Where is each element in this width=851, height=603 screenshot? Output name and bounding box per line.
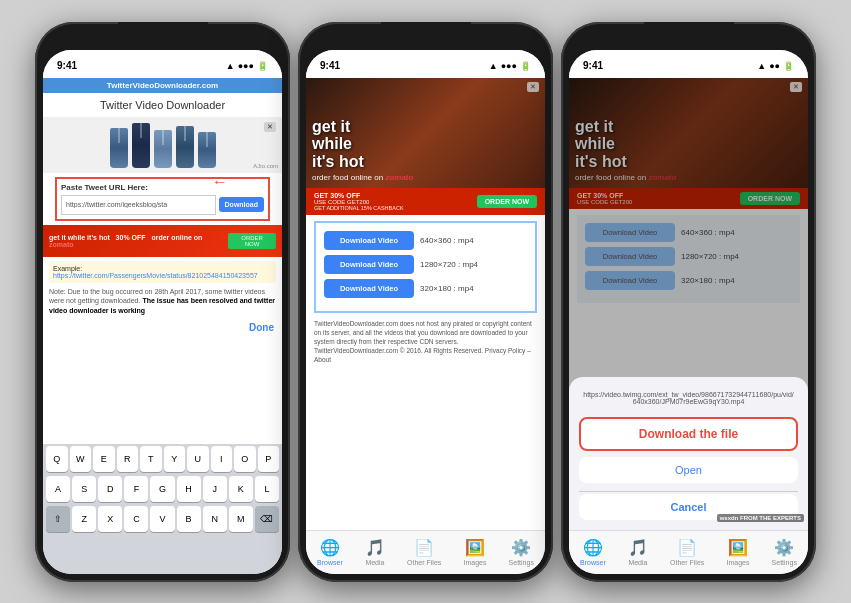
open-button[interactable]: Open — [579, 457, 798, 483]
key-e[interactable]: E — [93, 446, 115, 472]
kb-row-1: Q W E R T Y U I O P — [43, 444, 282, 474]
key-n[interactable]: N — [203, 506, 227, 532]
browser-icon: 🌐 — [320, 538, 340, 557]
ad-source-1: AJio.com — [253, 163, 278, 169]
ad-headline-2: get itwhileit's hot — [312, 118, 539, 171]
nav-settings[interactable]: ⚙️ Settings — [509, 538, 534, 566]
nav-images[interactable]: 🖼️ Images — [463, 538, 486, 566]
input-label-1: Paste Tweet URL Here: — [61, 183, 264, 192]
key-l[interactable]: L — [255, 476, 279, 502]
input-section-1: Paste Tweet URL Here: Download ← — [49, 177, 276, 221]
key-c[interactable]: C — [124, 506, 148, 532]
p3-nav-media[interactable]: 🎵 Media — [628, 538, 648, 566]
tweet-url-input[interactable] — [61, 195, 216, 215]
p3-media-icon: 🎵 — [628, 538, 648, 557]
notch-3 — [644, 22, 734, 44]
url-bar-1[interactable]: TwitterVideoDownloader.com — [43, 78, 282, 93]
images-icon: 🖼️ — [465, 538, 485, 557]
key-f[interactable]: F — [124, 476, 148, 502]
download-video-btn-1[interactable]: Download Video — [324, 231, 414, 250]
ad-close-1[interactable]: ✕ — [264, 122, 276, 132]
key-j[interactable]: J — [203, 476, 227, 502]
nav-other-files[interactable]: 📄 Other Files — [407, 538, 441, 566]
note-box: Note: Due to the bug occurred on 28th Ap… — [49, 287, 276, 316]
wifi-icon-3: ▲ — [757, 61, 766, 71]
p3-nav-images[interactable]: 🖼️ Images — [726, 538, 749, 566]
dl-row-2: Download Video 1280×720 : mp4 — [324, 255, 527, 274]
jean-4 — [176, 126, 194, 168]
key-m[interactable]: M — [229, 506, 253, 532]
key-p[interactable]: P — [258, 446, 280, 472]
dialog-url: https://video.twimg.com/ext_tw_video/986… — [579, 387, 798, 409]
key-o[interactable]: O — [234, 446, 256, 472]
battery-icon-3: 🔋 — [783, 61, 794, 71]
order-cashback-2: GET ADDITIONAL 15% CASHBACK — [314, 205, 404, 211]
status-icons-2: ▲ ●●● 🔋 — [489, 61, 531, 71]
download-button-1[interactable]: Download — [219, 197, 264, 212]
key-i[interactable]: I — [211, 446, 233, 472]
p3-nav-settings[interactable]: ⚙️ Settings — [772, 538, 797, 566]
nav-media[interactable]: 🎵 Media — [365, 538, 385, 566]
example-link[interactable]: https://twitter.com/PassengersMovie/stat… — [53, 272, 272, 279]
key-d[interactable]: D — [98, 476, 122, 502]
ad-close-3[interactable]: ✕ — [790, 82, 802, 92]
download-file-button[interactable]: Download the file — [579, 417, 798, 451]
done-button[interactable]: Done — [43, 320, 282, 335]
other-files-icon: 📄 — [414, 538, 434, 557]
key-a[interactable]: A — [46, 476, 70, 502]
nav-settings-label: Settings — [509, 559, 534, 566]
key-w[interactable]: W — [70, 446, 92, 472]
key-r[interactable]: R — [117, 446, 139, 472]
key-z[interactable]: Z — [72, 506, 96, 532]
p3-nav-images-label: Images — [726, 559, 749, 566]
paste-url-box: Paste Tweet URL Here: Download — [55, 177, 270, 221]
example-box: Example: https://twitter.com/PassengersM… — [49, 261, 276, 283]
p3-nav-other[interactable]: 📄 Other Files — [670, 538, 704, 566]
p3-settings-icon: ⚙️ — [774, 538, 794, 557]
download-video-btn-3[interactable]: Download Video — [324, 279, 414, 298]
key-b[interactable]: B — [177, 506, 201, 532]
phone-2: 9:41 ▲ ●●● 🔋 get itwhileit's hot order f… — [298, 22, 553, 582]
watermark: wsxdn FROM THE EXPERTS — [717, 514, 804, 522]
key-h[interactable]: H — [177, 476, 201, 502]
time-1: 9:41 — [57, 60, 77, 71]
example-label: Example: — [53, 265, 272, 272]
nav-browser[interactable]: 🌐 Browser — [317, 538, 343, 566]
arrow-indicator: ← — [212, 173, 228, 191]
jean-5 — [198, 132, 216, 168]
order-off-2: GET 30% OFF — [314, 192, 404, 199]
signal-icon-3: ●● — [769, 61, 780, 71]
key-backspace[interactable]: ⌫ — [255, 506, 279, 532]
screenshot-container: 9:41 ▲ ●●● 🔋 TwitterVideoDownloader.com … — [0, 0, 851, 603]
key-u[interactable]: U — [187, 446, 209, 472]
order-now-btn-1[interactable]: ORDER NOW — [228, 233, 276, 249]
key-x[interactable]: X — [98, 506, 122, 532]
ad-close-2[interactable]: ✕ — [527, 82, 539, 92]
food-ad-2: get itwhileit's hot order food online on… — [306, 78, 545, 188]
order-now-btn-2[interactable]: ORDER NOW — [477, 195, 537, 208]
key-g[interactable]: G — [150, 476, 174, 502]
bottom-nav-3: 🌐 Browser 🎵 Media 📄 Other Files 🖼️ Image… — [569, 530, 808, 574]
key-y[interactable]: Y — [164, 446, 186, 472]
nav-other-label: Other Files — [407, 559, 441, 566]
key-v[interactable]: V — [150, 506, 174, 532]
p3-nav-browser[interactable]: 🌐 Browser — [580, 538, 606, 566]
notch-1 — [118, 22, 208, 44]
screen-3: 9:41 ▲ ●● 🔋 get itwhileit's hot order fo… — [569, 50, 808, 574]
media-icon: 🎵 — [365, 538, 385, 557]
key-q[interactable]: Q — [46, 446, 68, 472]
dl-label-2: 1280×720 : mp4 — [420, 260, 478, 269]
key-t[interactable]: T — [140, 446, 162, 472]
screen-2: 9:41 ▲ ●●● 🔋 get itwhileit's hot order f… — [306, 50, 545, 574]
key-k[interactable]: K — [229, 476, 253, 502]
download-video-btn-2[interactable]: Download Video — [324, 255, 414, 274]
p3-nav-settings-label: Settings — [772, 559, 797, 566]
nav-media-label: Media — [365, 559, 384, 566]
key-shift[interactable]: ⇧ — [46, 506, 70, 532]
p3-nav-media-label: Media — [628, 559, 647, 566]
dl-row-3: Download Video 320×180 : mp4 — [324, 279, 527, 298]
key-s[interactable]: S — [72, 476, 96, 502]
p3-nav-other-label: Other Files — [670, 559, 704, 566]
time-3: 9:41 — [583, 60, 603, 71]
kb-row-3: ⇧ Z X C V B N M ⌫ — [43, 504, 282, 534]
